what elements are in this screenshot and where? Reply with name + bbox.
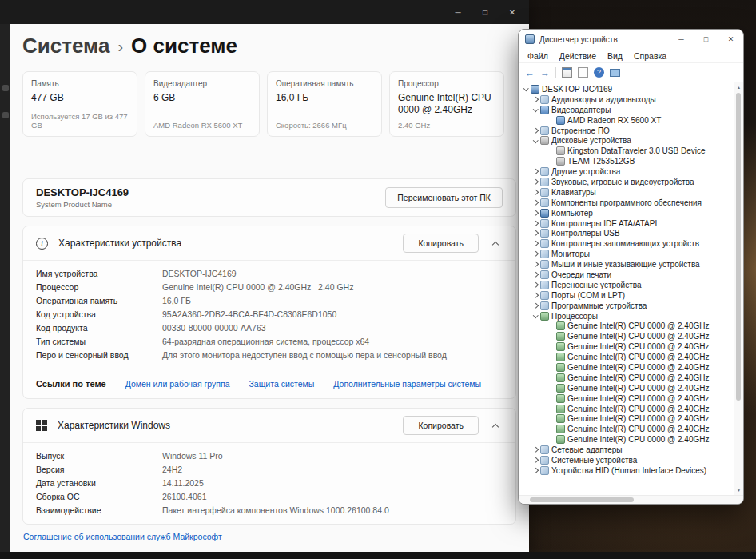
tree-node[interactable]: DESKTOP-IJC4169 [519, 84, 734, 94]
menu-item[interactable]: Файл [522, 50, 554, 62]
tree-node[interactable]: Genuine Intel(R) CPU 0000 @ 2.40GHz [519, 414, 734, 425]
properties-icon[interactable] [578, 67, 588, 78]
scan-hardware-icon[interactable] [610, 69, 620, 77]
close-button[interactable]: ✕ [499, 0, 526, 24]
vertical-scrollbar-thumb[interactable] [736, 93, 741, 401]
copy-device-specs-button[interactable]: Копировать [403, 234, 479, 253]
scroll-down-icon[interactable]: ▼ [734, 488, 743, 493]
tree-expander-right-icon[interactable] [531, 95, 539, 103]
tree-node[interactable]: Компоненты программного обеспечения [519, 198, 734, 208]
tree-node[interactable]: Компьютер [519, 208, 734, 218]
horizontal-scrollbar-thumb[interactable] [530, 497, 634, 502]
related-link[interactable]: Защита системы [249, 379, 315, 389]
tree-node[interactable]: Сетевые адаптеры [519, 445, 734, 455]
tree-node[interactable]: Звуковые, игровые и видеоустройства [519, 177, 734, 187]
tree-node[interactable]: Устройства HID (Human Interface Devices) [519, 465, 734, 476]
tree-node[interactable]: Аудиовходы и аудиовыходы [519, 94, 734, 105]
tree-node[interactable]: Встроенное ПО [519, 126, 734, 136]
breadcrumb-root[interactable]: Система [22, 34, 109, 58]
left-panel-icon[interactable] [2, 112, 9, 118]
tree-node[interactable]: Genuine Intel(R) CPU 0000 @ 2.40GHz [519, 362, 734, 373]
tree-expander-right-icon[interactable] [531, 230, 539, 238]
tree-node[interactable]: TEAM T253512GB [519, 156, 734, 166]
tree-node[interactable]: Genuine Intel(R) CPU 0000 @ 2.40GHz [519, 404, 734, 414]
tree-expander-right-icon[interactable] [531, 457, 539, 465]
tree-expander-right-icon[interactable] [531, 240, 539, 248]
tree-expander-right-icon[interactable] [531, 301, 539, 309]
tree-expander-down-icon[interactable] [531, 137, 539, 145]
device-manager-titlebar[interactable]: Диспетчер устройств ─ □ ✕ [519, 30, 743, 49]
tree-expander-right-icon[interactable] [531, 168, 539, 176]
forward-icon[interactable]: → [540, 68, 550, 78]
tree-node[interactable]: Клавиатуры [519, 187, 734, 198]
tree-node[interactable]: Дисковые устройства [519, 135, 734, 146]
copy-windows-specs-button[interactable]: Копировать [403, 416, 479, 435]
related-link[interactable]: Домен или рабочая группа [125, 379, 230, 389]
tree-node[interactable]: Kingston DataTraveler 3.0 USB Device [519, 146, 734, 156]
tree-expander-right-icon[interactable] [531, 198, 539, 206]
tree-node[interactable]: Genuine Intel(R) CPU 0000 @ 2.40GHz [519, 393, 734, 404]
tree-node[interactable]: Genuine Intel(R) CPU 0000 @ 2.40GHz [519, 383, 734, 393]
tree-expander-right-icon[interactable] [531, 291, 539, 299]
tree-node[interactable]: Genuine Intel(R) CPU 0000 @ 2.40GHz [519, 434, 734, 445]
tree-node[interactable]: Очереди печати [519, 270, 734, 280]
windows-specs-header[interactable]: Характеристики Windows Копировать [23, 409, 515, 442]
tree-expander-right-icon[interactable] [531, 209, 539, 217]
tree-expander-down-icon[interactable] [531, 106, 539, 114]
horizontal-scrollbar[interactable] [519, 495, 743, 504]
tree-node[interactable]: Мониторы [519, 249, 734, 259]
tree-node[interactable]: Genuine Intel(R) CPU 0000 @ 2.40GHz [519, 373, 734, 383]
tree-node[interactable]: Программные устройства [519, 301, 734, 311]
tree-expander-right-icon[interactable] [531, 281, 539, 289]
tree-node[interactable]: Системные устройства [519, 455, 734, 465]
close-button[interactable]: ✕ [718, 30, 743, 49]
tree-expander-right-icon[interactable] [531, 270, 539, 278]
related-link[interactable]: Дополнительные параметры системы [333, 379, 481, 389]
console-tree-icon[interactable] [562, 67, 572, 78]
menu-item[interactable]: Вид [602, 50, 628, 62]
help-icon[interactable]: ? [594, 67, 604, 78]
tree-node[interactable]: AMD Radeon RX 5600 XT [519, 115, 734, 126]
stat-card[interactable]: Память 477 GB Используется 17 GB из 477 … [22, 71, 137, 137]
tree-node[interactable]: Genuine Intel(R) CPU 0000 @ 2.40GHz [519, 341, 734, 352]
chevron-up-icon[interactable] [492, 422, 499, 429]
menu-item[interactable]: Справка [628, 50, 672, 62]
chevron-up-icon[interactable] [492, 240, 499, 247]
taskbar[interactable] [0, 552, 756, 559]
tree-node[interactable]: Процессоры [519, 311, 734, 321]
tree-expander-right-icon[interactable] [531, 178, 539, 186]
minimize-button[interactable]: ─ [669, 30, 694, 49]
vertical-scrollbar[interactable]: ▲ ▼ [734, 82, 743, 495]
tree-expander-right-icon[interactable] [531, 261, 539, 269]
tree-expander-right-icon[interactable] [531, 466, 539, 474]
tree-expander-right-icon[interactable] [531, 126, 539, 134]
settings-titlebar[interactable]: ─ □ ✕ [0, 0, 529, 24]
menu-item[interactable]: Действие [554, 50, 602, 62]
tree-node[interactable]: Другие устройства [519, 166, 734, 177]
left-panel-icon[interactable] [2, 85, 9, 91]
stat-card[interactable]: Процессор Genuine Intel(R) CPU 0000 @ 2.… [389, 71, 504, 137]
tree-expander-right-icon[interactable] [531, 188, 539, 196]
tree-node[interactable]: Видеоадаптеры [519, 105, 734, 115]
tree-node[interactable]: Переносные устройства [519, 280, 734, 290]
tree-node[interactable]: Порты (COM и LPT) [519, 290, 734, 301]
tree-expander-right-icon[interactable] [531, 219, 539, 227]
tree-node[interactable]: Мыши и иные указывающие устройства [519, 259, 734, 270]
tree-node[interactable]: Genuine Intel(R) CPU 0000 @ 2.40GHz [519, 424, 734, 434]
tree-node[interactable]: Genuine Intel(R) CPU 0000 @ 2.40GHz [519, 331, 734, 341]
rename-pc-button[interactable]: Переименовать этот ПК [385, 187, 503, 208]
maximize-button[interactable]: □ [694, 30, 718, 49]
maximize-button[interactable]: □ [472, 0, 499, 24]
tree-expander-down-icon[interactable] [531, 312, 539, 320]
services-agreement-link[interactable]: Соглашение об использовании служб Майкро… [23, 532, 222, 541]
tree-node[interactable]: Контроллеры IDE ATA/ATAPI [519, 218, 734, 229]
minimize-button[interactable]: ─ [444, 0, 472, 24]
stat-card[interactable]: Видеоадаптер 6 GB AMD Radeon RX 5600 XT [145, 71, 260, 137]
tree-node[interactable]: Контроллеры запоминающих устройств [519, 238, 734, 249]
tree-node[interactable]: Контроллеры USB [519, 228, 734, 238]
device-specs-header[interactable]: i Характеристики устройства Копировать [23, 226, 515, 260]
stat-card[interactable]: Оперативная память 16,0 ГБ Скорость: 266… [267, 71, 382, 137]
back-icon[interactable]: ← [525, 68, 535, 78]
tree-expander-right-icon[interactable] [531, 250, 539, 258]
tree-expander-right-icon[interactable] [531, 446, 539, 454]
